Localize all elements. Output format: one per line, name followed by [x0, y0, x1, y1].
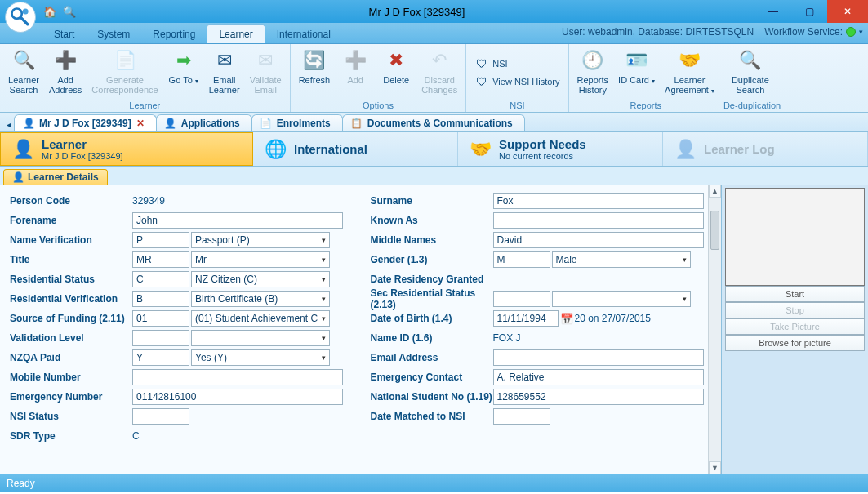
- text-input[interactable]: [493, 193, 704, 209]
- field-label: Name Verification: [10, 234, 132, 246]
- menu-tab-start[interactable]: Start: [42, 25, 86, 43]
- field-label: Gender (1.3): [371, 254, 493, 265]
- ribbon-button-label: Refresh: [299, 75, 331, 85]
- dropdown[interactable]: [191, 330, 330, 346]
- text-input[interactable]: [493, 389, 704, 405]
- home-icon[interactable]: 🏠: [41, 4, 59, 19]
- summary-card[interactable]: 👤LearnerMr J D Fox [329349]: [0, 132, 253, 166]
- add-address-button[interactable]: ➕AddAddress: [44, 46, 87, 96]
- field-label: Sec Residential Status (2.13): [371, 287, 493, 310]
- agreement-button[interactable]: 🤝LearnerAgreement ▾: [660, 46, 719, 97]
- maximize-button[interactable]: ▢: [791, 0, 827, 23]
- learner-details-tab[interactable]: 👤 Learner Details: [3, 169, 108, 185]
- ribbon-group-label: NSI: [466, 100, 568, 112]
- dropdown[interactable]: [191, 251, 330, 268]
- document-tabs: ◂ 👤Mr J D Fox [329349]✕👤Applications📄Enr…: [0, 113, 868, 132]
- ribbon: 🔍LearnerSearch➕AddAddress📄GenerateCorres…: [0, 44, 868, 113]
- goto-button[interactable]: ➡Go To ▾: [163, 46, 204, 87]
- field-label: Emergency Number: [10, 391, 132, 403]
- text-input[interactable]: [493, 369, 704, 385]
- menu-tab-international[interactable]: International: [265, 25, 342, 43]
- text-input[interactable]: [132, 212, 343, 229]
- nsi-history-button[interactable]: 🛡View NSI History: [470, 73, 564, 91]
- text-input[interactable]: [493, 212, 704, 229]
- field-label: Source of Funding (2.11): [10, 313, 132, 324]
- learner-form: Person Code329349ForenameName Verificati…: [0, 185, 721, 474]
- minimize-button[interactable]: —: [755, 0, 791, 23]
- scroll-up-icon[interactable]: ▲: [709, 185, 721, 198]
- code-input[interactable]: [132, 251, 189, 268]
- code-input[interactable]: [493, 251, 550, 268]
- idcard-button[interactable]: 🪪ID Card ▾: [613, 46, 660, 87]
- delete-button[interactable]: ✖Delete: [376, 46, 416, 87]
- doc-tab[interactable]: 📄Enrolments: [251, 114, 343, 131]
- scroll-down-icon[interactable]: ▼: [709, 461, 721, 474]
- field-label: Email Address: [371, 352, 493, 363]
- email-button[interactable]: ✉EmailLearner: [204, 46, 245, 96]
- code-input[interactable]: [132, 310, 189, 327]
- search-button[interactable]: 🔍LearnerSearch: [3, 46, 44, 96]
- dup-search-button[interactable]: 🔍DuplicateSearch: [727, 46, 774, 96]
- nsi-icon: 🛡: [474, 57, 489, 72]
- text-input[interactable]: [132, 389, 343, 405]
- scroll-thumb[interactable]: [710, 211, 719, 250]
- menu-tab-system[interactable]: System: [86, 25, 141, 43]
- form-scrollbar[interactable]: ▲ ▼: [708, 185, 721, 474]
- code-input[interactable]: [132, 330, 189, 346]
- field-label: Mobile Number: [10, 372, 132, 383]
- form-row: Name ID (1.6)FOX J: [371, 328, 719, 348]
- text-input[interactable]: [493, 349, 704, 366]
- doc-tab[interactable]: 👤Applications: [156, 114, 252, 131]
- dropdown[interactable]: [191, 232, 330, 248]
- doc-tab[interactable]: 👤Mr J D Fox [329349]✕: [14, 114, 157, 131]
- picture-browse-for-picture-button[interactable]: Browse for picture: [725, 335, 865, 351]
- field-label: Emergency Contact: [371, 372, 493, 383]
- ribbon-group-label: Options: [291, 100, 466, 112]
- field-label: Title: [10, 254, 132, 265]
- summary-card[interactable]: 🤝Support NeedsNo current records: [458, 132, 663, 166]
- form-row: Residential Status: [10, 269, 358, 289]
- summary-card[interactable]: 🌐International: [253, 132, 458, 166]
- code-input[interactable]: [132, 349, 189, 366]
- dropdown[interactable]: [191, 271, 330, 287]
- code-input[interactable]: [493, 291, 550, 307]
- nsi-history-icon: 🛡: [474, 75, 489, 90]
- nsi-button[interactable]: 🛡NSI: [470, 56, 512, 73]
- svg-line-1: [21, 18, 28, 24]
- ribbon-button-label: GenerateCorrespondence: [91, 75, 158, 95]
- close-tab-icon[interactable]: ✕: [136, 118, 145, 129]
- ribbon-button-label: Go To ▾: [169, 75, 198, 86]
- dropdown[interactable]: [191, 291, 330, 307]
- zoom-out-icon[interactable]: 🔍: [60, 4, 78, 19]
- svg-point-2: [23, 9, 29, 15]
- card-title: International: [294, 142, 367, 156]
- reports-history-button[interactable]: 🕘ReportsHistory: [572, 46, 614, 96]
- calendar-icon[interactable]: 📅: [560, 313, 573, 325]
- text-input[interactable]: [493, 232, 704, 248]
- refresh-button[interactable]: 🔄Refresh: [294, 46, 336, 87]
- dropdown[interactable]: [552, 251, 691, 268]
- form-row: NZQA Paid: [10, 348, 358, 367]
- goto-icon: ➡: [171, 47, 197, 73]
- app-orb[interactable]: [5, 2, 36, 33]
- picture-start-button[interactable]: Start: [725, 286, 865, 302]
- doc-tab[interactable]: 📋Documents & Communications: [342, 114, 525, 131]
- person-icon: 👤: [165, 118, 176, 129]
- text-input[interactable]: [132, 369, 343, 385]
- person-icon: 👤: [12, 171, 24, 183]
- text-input[interactable]: [132, 408, 189, 425]
- menu-tab-learner[interactable]: Learner: [207, 24, 265, 43]
- text-input[interactable]: [493, 408, 550, 425]
- dropdown[interactable]: [552, 291, 691, 307]
- user-db-label: User: webadmin, Database: DIRTESTSQLN: [562, 26, 754, 38]
- dropdown[interactable]: [191, 310, 330, 327]
- code-input[interactable]: [132, 232, 189, 248]
- close-button[interactable]: ✕: [827, 0, 868, 23]
- summary-card[interactable]: 👤Learner Log: [663, 132, 868, 166]
- code-input[interactable]: [132, 291, 189, 307]
- code-input[interactable]: [132, 271, 189, 287]
- dropdown[interactable]: [191, 349, 330, 366]
- field-label: Residential Verification: [10, 293, 132, 305]
- menu-tab-reporting[interactable]: Reporting: [141, 25, 207, 43]
- date-input[interactable]: [493, 310, 559, 327]
